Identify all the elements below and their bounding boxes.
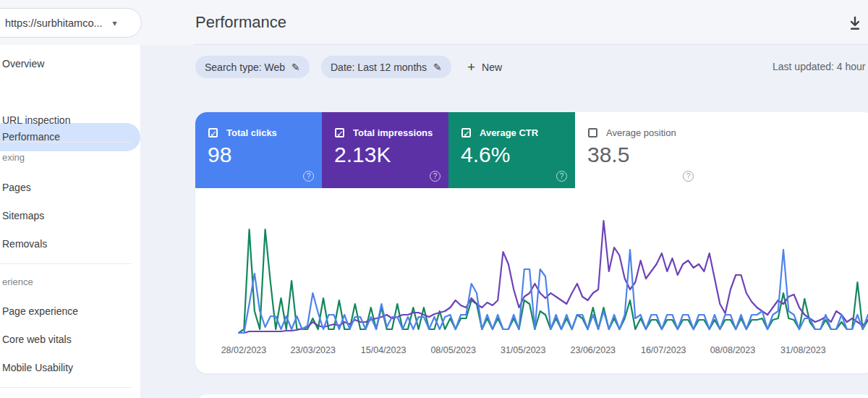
sidebar-section-indexing: exing	[0, 147, 140, 169]
metric-tile-total-impressions[interactable]: ✓ Total impressions 2.13K ?	[322, 112, 448, 188]
sidebar-item-overview[interactable]: Overview	[0, 50, 140, 78]
header-divider	[194, 44, 868, 45]
metric-tile-total-clicks[interactable]: ✓ Total clicks 98 ?	[195, 112, 322, 188]
sidebar-item-core-web-vitals[interactable]: Core web vitals	[0, 326, 140, 354]
help-icon[interactable]: ?	[683, 171, 694, 182]
sidebar-divider	[0, 142, 132, 143]
edit-pencil-icon: ✎	[292, 62, 300, 73]
filter-chip-search-type[interactable]: Search type: Web ✎	[195, 56, 310, 78]
sidebar-item-sitemaps[interactable]: Sitemaps	[0, 202, 140, 230]
chart-series-average-ctr	[239, 229, 868, 333]
checkbox-unchecked-icon[interactable]	[588, 128, 597, 137]
help-icon[interactable]: ?	[556, 171, 567, 182]
sidebar-item-pages[interactable]: Pages	[0, 174, 140, 202]
sidebar-divider	[0, 387, 132, 388]
new-filter-button[interactable]: + New	[467, 56, 502, 78]
metric-tile-average-ctr[interactable]: ✓ Average CTR 4.6% ?	[448, 112, 575, 188]
last-updated-text: Last updated: 4 hour	[773, 61, 865, 72]
x-axis-label: 31/08/2023	[780, 345, 826, 355]
sidebar-item-url-inspection[interactable]: URL inspection	[0, 106, 140, 135]
property-selector-dropdown[interactable]: https://surbhitamco... ▾	[0, 8, 142, 38]
sidebar-divider	[0, 263, 132, 264]
metric-tile-average-position[interactable]: Average position 38.5 ?	[575, 112, 702, 188]
plus-icon: +	[467, 59, 475, 75]
help-icon[interactable]: ?	[430, 171, 441, 182]
performance-card: ✓ Total clicks 98 ? ✓ Total impressions …	[195, 112, 868, 373]
x-axis-label: 08/08/2023	[710, 345, 756, 355]
edit-pencil-icon: ✎	[433, 62, 442, 73]
chevron-down-icon: ▾	[113, 18, 117, 28]
x-axis-label: 23/03/2023	[290, 345, 336, 355]
x-axis-label: 28/02/2023	[221, 345, 267, 355]
help-icon[interactable]: ?	[303, 171, 314, 182]
chart-series-total-impressions	[239, 221, 868, 333]
sidebar: Overview Performance URL inspection exin…	[0, 45, 140, 398]
download-icon[interactable]	[845, 13, 865, 33]
performance-line-chart[interactable]	[195, 195, 868, 340]
checkbox-checked-icon[interactable]: ✓	[335, 128, 344, 137]
page-title: Performance	[195, 13, 286, 32]
x-axis: 28/02/202323/03/202315/04/202308/05/2023…	[195, 345, 868, 360]
x-axis-label: 23/06/2023	[571, 345, 616, 355]
x-axis-label: 08/05/2023	[430, 345, 476, 355]
checkbox-checked-icon[interactable]: ✓	[461, 128, 471, 137]
x-axis-label: 15/04/2023	[361, 345, 407, 355]
checkbox-checked-icon[interactable]: ✓	[208, 128, 218, 137]
sidebar-item-removals[interactable]: Removals	[0, 230, 140, 258]
next-card-top-edge	[195, 394, 868, 398]
filter-chip-date[interactable]: Date: Last 12 months ✎	[321, 56, 451, 78]
property-url: https://surbhitamco...	[5, 17, 103, 29]
x-axis-label: 16/07/2023	[641, 345, 686, 355]
sidebar-section-experience: erience	[0, 271, 140, 293]
x-axis-label: 31/05/2023	[501, 345, 546, 355]
sidebar-item-mobile-usability[interactable]: Mobile Usability	[0, 354, 140, 382]
sidebar-item-page-experience[interactable]: Page experience	[0, 297, 140, 326]
